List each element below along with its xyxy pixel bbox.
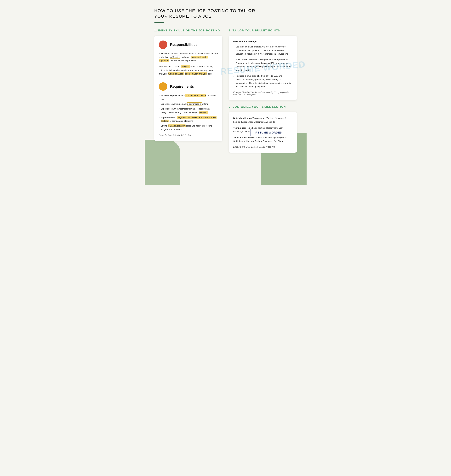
highlight-hypothesis: hypothesis testing, — [177, 107, 196, 110]
job-posting-card: Responsibilities • Build dashboards to m… — [154, 36, 222, 141]
requirements-header: Requirements — [159, 82, 218, 91]
highlight-funnel-analysis: funnel analysis, — [168, 72, 184, 75]
requirements-list: 3+ years experience in a product data sc… — [159, 94, 218, 131]
resume-worded-badge: RESUME WORDED — [251, 129, 287, 136]
responsibilities-title: Responsibilities — [170, 43, 198, 47]
req-item-5: Strong data visualization skills and abi… — [159, 124, 218, 131]
badge-label: RESUME WORDED — [255, 131, 282, 134]
section1-example: Example: Data Scientist Job Posting — [159, 134, 218, 136]
req-item-3: Experience with hypothesis testing, expe… — [159, 107, 218, 114]
resp-para1: • Build dashboards to monitor impact, en… — [159, 52, 218, 63]
left-column: 1. IDENTIFY SKILLS ON THE JOB POSTING Re… — [154, 29, 222, 141]
section3-example: Example of a Skills Section Tailored to … — [233, 146, 292, 148]
skills-line1: Data Visualization/Engineering: Tableau … — [233, 116, 292, 124]
highlight-ml-algorithms: machine learning algorithms — [159, 56, 208, 62]
highlight-segmentation-analysis: segmentation analysis — [185, 72, 207, 75]
highlight-analysis: analysis — [181, 65, 190, 68]
section1-heading: 1. IDENTIFY SKILLS ON THE JOB POSTING — [154, 29, 222, 32]
req-item-2: Experience working on an e-commerce plat… — [159, 102, 218, 106]
highlight-data-vis: data visualization — [168, 124, 186, 127]
title-underline — [154, 22, 164, 23]
highlight-ab-tests: A/B tests; — [170, 56, 180, 59]
bullet-2: Built Tableau dashboard using data from … — [233, 58, 292, 72]
responsibilities-header: Responsibilities — [159, 40, 218, 49]
section2-heading: 2. TAILOR YOUR BULLET POINTS — [229, 29, 297, 32]
resp-para2: • Perform and present analysis aimed at … — [159, 65, 218, 76]
highlight-ecommerce: e-commerce p — [187, 102, 202, 106]
job-title: Data Science Manager — [233, 40, 292, 43]
bullet-3: Reduced signup drop-offs from 65% to 15%… — [233, 74, 292, 89]
highlight-tools: Segment, Snowflake, Amplitude, Looker, T… — [161, 116, 217, 122]
highlight-build-dashboards: Build dashboards — [160, 52, 178, 55]
section2-example: Example: Tailoring Your Work Experience … — [233, 91, 292, 96]
requirements-title: Requirements — [170, 84, 194, 89]
page-title: HOW TO USE THE JOB POSTING TO TAILOR YOU… — [154, 8, 297, 19]
section3-heading: 3. CUSTOMIZE YOUR SKILL SECTION — [229, 105, 297, 109]
red-circle-icon — [159, 40, 167, 49]
skills-line3: Tools and Frameworks: ElasticSearch, Pyt… — [233, 136, 292, 143]
bullet-1: Led the first major effort to A/B test t… — [233, 45, 292, 56]
req-item-1: 3+ years experience in a product data sc… — [159, 94, 218, 101]
yellow-circle-icon — [159, 82, 167, 91]
card-divider — [159, 79, 218, 79]
highlight-statistics: statistics — [199, 111, 208, 114]
highlight-product-data-science: product data science — [185, 94, 207, 97]
bullet-points-card: Data Science Manager Led the first major… — [229, 36, 297, 100]
req-item-4: Experience with Segment, Snowflake, Ampl… — [159, 116, 218, 123]
